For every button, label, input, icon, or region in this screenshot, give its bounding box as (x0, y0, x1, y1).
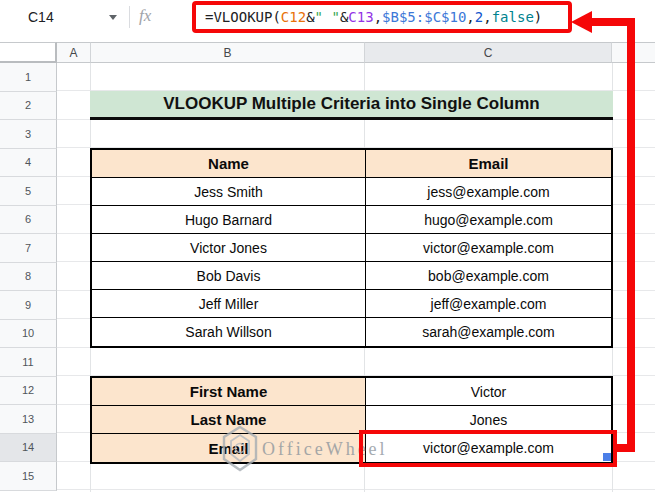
row-header-6[interactable]: 6 (0, 206, 57, 235)
formula-segment: C12 (281, 9, 306, 25)
row-header-10[interactable]: 10 (0, 320, 57, 349)
row-header-5[interactable]: 5 (0, 177, 57, 206)
formula-segment: & (306, 9, 314, 25)
row-header-3[interactable]: 3 (0, 120, 57, 149)
column-header-b[interactable]: B (91, 42, 365, 63)
row-header-13[interactable]: 13 (0, 405, 57, 434)
formula-segment: false (492, 9, 534, 25)
formula-segment: , (374, 9, 382, 25)
formula-segment: " " (315, 9, 340, 25)
select-all-corner[interactable] (0, 42, 57, 63)
row-header-2[interactable]: 2 (0, 92, 57, 121)
row-header-8[interactable]: 8 (0, 263, 57, 292)
formula-segment: & (340, 9, 348, 25)
chevron-down-icon[interactable] (109, 15, 117, 20)
table-cell[interactable]: bob@example.com (366, 262, 611, 290)
table-cell[interactable]: jess@example.com (366, 178, 611, 206)
criteria-label-first-name[interactable]: First Name (92, 378, 366, 406)
name-box[interactable]: C14 (0, 0, 128, 33)
table-cell[interactable]: victor@example.com (366, 234, 611, 262)
row-header-9[interactable]: 9 (0, 291, 57, 320)
column-header-c[interactable]: C (365, 42, 612, 63)
table-cell[interactable]: sarah@example.com (366, 318, 611, 346)
red-arrow-head (571, 11, 592, 33)
row-header-1[interactable]: 1 (0, 63, 57, 92)
table-cell[interactable]: Hugo Barnard (92, 206, 366, 234)
formula-bar-divider (129, 6, 130, 28)
row-header-7[interactable]: 7 (0, 234, 57, 263)
table-cell[interactable]: Jess Smith (92, 178, 366, 206)
formula-input[interactable]: =VLOOKUP(C12&" "&C13,$B$5:$C$10,2,false) (192, 1, 572, 33)
formula-segment: ) (534, 9, 542, 25)
fx-icon: fx (139, 6, 151, 26)
formula-bar: C14 fx =VLOOKUP(C12&" "&C13,$B$5:$C$10,2… (0, 0, 655, 42)
formula-segment: C13 (348, 9, 373, 25)
table-cell[interactable]: hugo@example.com (366, 206, 611, 234)
formula-segment: =VLOOKUP( (205, 9, 281, 25)
criteria-label-email[interactable]: Email (92, 434, 366, 462)
cell-reference: C14 (28, 9, 54, 25)
sheet-title[interactable]: VLOOKUP Multiple Criteria into Single Co… (90, 91, 613, 120)
row-header-column: 1 2 3 4 5 6 7 8 9 10 11 12 13 14 15 (0, 63, 57, 492)
red-arrow-segment (627, 18, 635, 452)
table-cell[interactable]: jeff@example.com (366, 290, 611, 318)
row-header-4[interactable]: 4 (0, 149, 57, 178)
row-header-11[interactable]: 11 (0, 348, 57, 377)
table-cell[interactable]: Victor Jones (92, 234, 366, 262)
row-header-14[interactable]: 14 (0, 434, 57, 463)
table-cell[interactable]: Bob Davis (92, 262, 366, 290)
formula-segment: $B$5:$C$10 (382, 9, 466, 25)
selection-fill-handle[interactable] (603, 453, 611, 461)
row-header-15[interactable]: 15 (0, 462, 57, 491)
lookup-table: Name Email Jess Smith jess@example.com H… (90, 148, 613, 348)
criteria-value-first-name[interactable]: Victor (366, 378, 611, 406)
table-header-name[interactable]: Name (92, 150, 366, 178)
row-header-12[interactable]: 12 (0, 377, 57, 406)
formula-segment: , (483, 9, 491, 25)
table-header-email[interactable]: Email (366, 150, 611, 178)
result-cell-highlight (359, 430, 617, 467)
formula-segment: 2 (475, 9, 483, 25)
table-cell[interactable]: Sarah Willson (92, 318, 366, 346)
criteria-label-last-name[interactable]: Last Name (92, 406, 366, 434)
red-arrow-segment (615, 444, 635, 452)
formula-segment: , (466, 9, 474, 25)
google-sheets-window: C14 fx =VLOOKUP(C12&" "&C13,$B$5:$C$10,2… (0, 0, 655, 492)
column-header-a[interactable]: A (57, 42, 91, 63)
table-cell[interactable]: Jeff Miller (92, 290, 366, 318)
